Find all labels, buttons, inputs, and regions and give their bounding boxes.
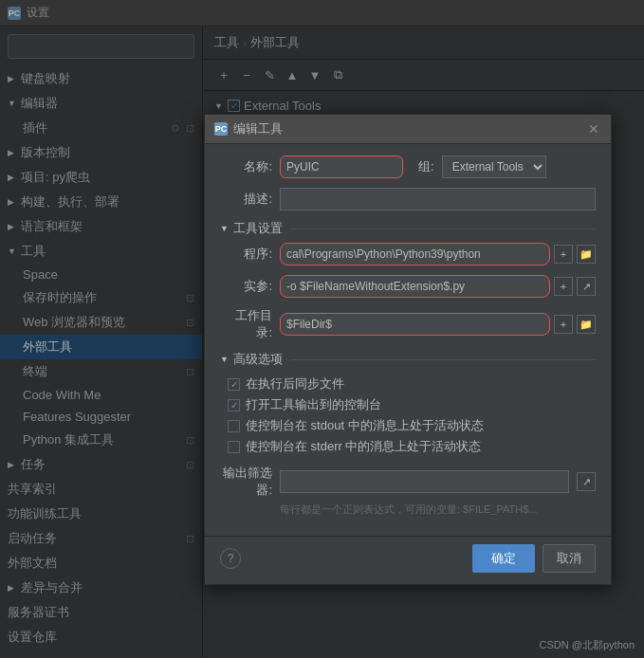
help-button[interactable]: ? <box>220 548 241 569</box>
dialog-action-btns: 确定 取消 <box>472 544 596 573</box>
watermark: CSDN @北郡python <box>540 638 635 652</box>
dialog-body: 名称: 组: External Tools 描述: ▼ 工具设置 程序: <box>205 144 611 536</box>
check-row-2: 使控制台在 stdout 中的消息上处于活动状态 <box>228 415 596 436</box>
workdir-folder-btn[interactable]: 📁 <box>577 315 596 334</box>
program-folder-btn[interactable]: 📁 <box>577 245 596 264</box>
checkbox-stdout[interactable] <box>228 420 240 432</box>
ok-button[interactable]: 确定 <box>472 544 535 573</box>
program-label: 程序: <box>220 246 272 263</box>
program-input-wrap: + 📁 <box>280 243 596 265</box>
output-filter-btn[interactable]: ↗ <box>577 472 596 491</box>
tool-settings-label: 工具设置 <box>233 220 283 237</box>
workdir-label: 工作目录: <box>220 307 272 341</box>
check-label-sync: 在执行后同步文件 <box>246 375 344 393</box>
workdir-add-btn[interactable]: + <box>554 315 573 334</box>
dialog-titlebar: PC 编辑工具 ✕ <box>205 115 611 144</box>
section-line <box>290 228 596 229</box>
dialog-overlay: PC 编辑工具 ✕ 名称: 组: External Tools 描述: <box>0 0 644 658</box>
args-label: 实参: <box>220 278 272 295</box>
args-row: 实参: + ↗ <box>220 275 596 298</box>
check-row-0: 在执行后同步文件 <box>228 374 596 394</box>
tool-settings-section: ▼ 工具设置 <box>220 220 596 237</box>
workdir-input-wrap: + 📁 <box>280 313 596 336</box>
args-input[interactable] <box>280 275 550 298</box>
dialog-footer: ? 确定 取消 <box>205 536 611 584</box>
workdir-row: 工作目录: + 📁 <box>220 307 596 341</box>
advanced-header[interactable]: ▼ 高级选项 <box>220 351 596 368</box>
output-filter-input[interactable] <box>280 470 569 493</box>
program-input[interactable] <box>280 243 550 265</box>
advanced-line <box>290 359 596 360</box>
dialog-title: 编辑工具 <box>233 120 283 137</box>
dialog-title-icon: PC <box>214 122 228 136</box>
advanced-arrow: ▼ <box>220 355 230 364</box>
workdir-input[interactable] <box>280 313 550 336</box>
check-label-open-console: 打开工具输出到的控制台 <box>246 396 381 413</box>
edit-tool-dialog: PC 编辑工具 ✕ 名称: 组: External Tools 描述: <box>204 114 612 585</box>
args-folder-btn[interactable]: ↗ <box>577 277 596 296</box>
advanced-label: 高级选项 <box>233 351 283 368</box>
advanced-section: ▼ 高级选项 在执行后同步文件 打开工具输出到的控制台 使控制台在 stdout… <box>220 351 596 517</box>
group-label: 组: <box>418 158 434 175</box>
output-filter-label: 输出筛选器: <box>220 465 272 499</box>
desc-label: 描述: <box>220 191 272 208</box>
checkbox-stderr[interactable] <box>228 441 240 453</box>
checkbox-sync[interactable] <box>228 378 240 391</box>
group-select[interactable]: External Tools <box>442 155 546 178</box>
dialog-close-button[interactable]: ✕ <box>586 121 601 137</box>
name-input[interactable] <box>280 155 403 178</box>
dialog-titlebar-left: PC 编辑工具 <box>214 120 283 137</box>
check-row-3: 使控制台在 stderr 中的消息上处于活动状态 <box>228 436 596 457</box>
program-row: 程序: + 📁 <box>220 243 596 265</box>
desc-input[interactable] <box>280 188 596 210</box>
desc-row: 描述: <box>220 188 596 210</box>
checkbox-open-console[interactable] <box>228 399 240 411</box>
check-row-1: 打开工具输出到的控制台 <box>228 394 596 415</box>
output-hint: 每行都是一个正则表达式，可用的变量: $FILE_PATH$... <box>280 503 596 517</box>
name-group-row: 名称: 组: External Tools <box>220 155 596 178</box>
name-label: 名称: <box>220 158 272 175</box>
program-add-btn[interactable]: + <box>554 245 573 264</box>
check-label-stderr: 使控制台在 stderr 中的消息上处于活动状态 <box>246 438 481 455</box>
cancel-button[interactable]: 取消 <box>543 544 596 573</box>
tool-settings-arrow: ▼ <box>220 224 230 233</box>
args-add-btn[interactable]: + <box>554 277 573 296</box>
check-label-stdout: 使控制台在 stdout 中的消息上处于活动状态 <box>246 417 484 434</box>
output-filter-row: 输出筛选器: ↗ <box>220 465 596 499</box>
args-input-wrap: + ↗ <box>280 275 596 298</box>
